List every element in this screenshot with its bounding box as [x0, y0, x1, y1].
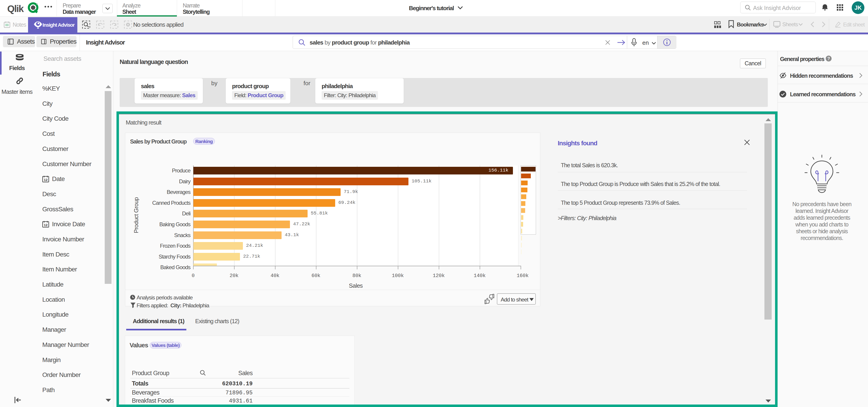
svg-text:12: 12	[44, 223, 48, 227]
svg-text:12: 12	[44, 178, 48, 182]
